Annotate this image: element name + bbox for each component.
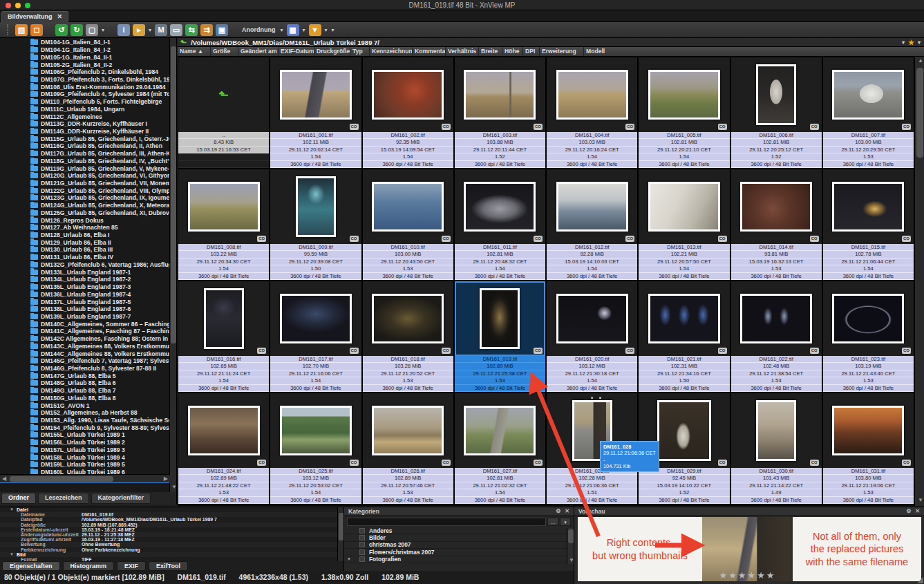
sidebar-folder-item[interactable]: DM108_Ulis Erst-Kommunikation 29.04.1984 (0, 83, 170, 91)
thumbnail-area[interactable]: ⬑ (178, 57, 269, 132)
filter-icon-dropdown[interactable]: ▾ (325, 27, 328, 33)
grid-cell-DM161_024[interactable]: CODM161_024.tif102.89 MiB29.11.12 21:48:… (178, 393, 269, 504)
sidebar-folder-item[interactable]: DM111C_Urlaub 1984, Ungarn (0, 105, 170, 113)
thumbnail-area[interactable]: CO (455, 281, 545, 356)
maximize-window-button[interactable] (25, 3, 30, 8)
sidebar-folder-item[interactable]: DM150G_Urlaub 88, Elba 8 (0, 395, 170, 402)
grid-cell-DM161_010[interactable]: CODM161_010.tif103.00 MiB29.11.12 20:43:… (363, 169, 453, 280)
sidebar-folder-item[interactable]: DM117G_Urlaub 85, Griechenland, III, Ath… (0, 150, 170, 158)
sidebar-folder-item[interactable]: DM123G_Urlaub 85, Griechenland, IX, Igou… (0, 194, 170, 202)
grid-cell-DM161_027[interactable]: CODM161_027.tif102.81 MiB29.11.12 21:02:… (455, 393, 545, 504)
photo-thumbnail[interactable] (556, 70, 628, 120)
sidebar-folder-item[interactable]: DM159L_Urlaub Türkei 1989 5 (0, 461, 170, 469)
category-search-input[interactable] (347, 518, 546, 526)
sidebar-folder-item[interactable]: DM132G_Pfeifenclub 6, Vatertag 1986; Aus… (0, 261, 170, 269)
column-header-kennzeichnung[interactable]: Kennzeichnung (370, 47, 413, 56)
column-header-breite[interactable]: Breite (479, 47, 502, 56)
sidebar-folder-item[interactable]: DM149G_Urlaub 88, Elba 7 (0, 387, 170, 395)
thumbnail-area[interactable]: CO (823, 169, 914, 244)
photo-thumbnail[interactable] (556, 294, 628, 343)
sidebar-folder-item[interactable]: DM130_Urlaub 86, Elba III (0, 246, 170, 254)
thumbnail-area[interactable]: CO (270, 57, 361, 132)
sidebar-folder-item[interactable]: DM136L_Urlaub England 1987-4 (0, 290, 170, 298)
file-section-bild[interactable]: ▼Bild (0, 552, 343, 557)
batch-icon[interactable]: ⇉ (200, 24, 213, 36)
category-item[interactable]: ▼Fotografien (344, 556, 567, 563)
thumbnail-area[interactable]: CO (363, 281, 453, 356)
scroll-up-arrow-icon[interactable]: ▲ (918, 57, 923, 64)
info-icon[interactable]: i (117, 24, 130, 36)
photo-thumbnail[interactable] (204, 288, 244, 349)
sidebar-folder-item[interactable]: DM104-1G_Italien_84_I-2 (0, 46, 170, 54)
sidebar-folder-item[interactable]: DM140C_Allgemeines, Sommer 86 – Fasching… (0, 320, 170, 328)
sidebar-folder-item[interactable]: DM105-2G_Italien_84_II-2 (0, 61, 170, 68)
sidebar-folder-item[interactable]: DM129_Urlaub 86, Elba II (0, 238, 170, 246)
sidebar-folder-item[interactable]: DM106G_Pfeifenclub 2, Dinkelsbühl, 1984 (0, 68, 170, 76)
file-panel-tab-exiftool[interactable]: ExifTool (149, 561, 188, 571)
photo-thumbnail[interactable] (280, 294, 352, 343)
panel-gear-icon[interactable]: ⚙ (906, 508, 911, 515)
browser-icon[interactable]: ▤ (15, 24, 28, 36)
photo-thumbnail[interactable] (832, 406, 904, 455)
photo-thumbnail[interactable] (464, 70, 536, 120)
sidebar-folder-item[interactable]: DM135L_Urlaub England 1987-3 (0, 283, 170, 291)
photo-thumbnail[interactable] (280, 406, 352, 455)
grid-cell-DM161_013[interactable]: CODM161_013.tif102.21 MiB29.11.12 20:57:… (639, 169, 729, 280)
grid-cell-DM161_001[interactable]: CODM161_001.tif102.11 MiB29.11.12 20:02:… (270, 57, 361, 168)
sidebar-folder-item[interactable]: DM158L_Urlaub Türkei 1989 4 (0, 453, 170, 461)
sidebar-folder-item[interactable]: DM124G_Urlaub 85, Griechenland, X, Meteo… (0, 202, 170, 209)
folder-open-icon[interactable]: ▸ (133, 24, 145, 36)
sidebar-tab-ordner[interactable]: Ordner (1, 493, 36, 504)
sidebar-folder-item[interactable]: DM128_Urlaub 86, Elba I (0, 232, 170, 239)
panel-gear-icon[interactable]: ⚙ (556, 508, 560, 515)
grid-cell-DM161_016[interactable]: CODM161_016.tif102.65 MiB29.11.12 21:11:… (178, 281, 269, 392)
tab-bildverwaltung[interactable]: Bildverwaltung✕ (1, 11, 68, 22)
panel-close-icon[interactable]: ✕ (915, 508, 920, 515)
photo-thumbnail[interactable] (296, 176, 336, 237)
thumbnail-area[interactable]: CO (823, 393, 914, 468)
folder-open-icon-dropdown[interactable]: ▾ (149, 27, 151, 33)
thumbnail-area[interactable]: CO (547, 57, 637, 132)
favorites-star-icon[interactable]: ★ (908, 39, 914, 46)
column-header-dpi[interactable]: DPI (523, 47, 540, 56)
grid-cell-DM161_009[interactable]: CODM161_009.tif99.59 MiB29.11.12 20:39:0… (270, 169, 361, 280)
sidebar-folder-item[interactable]: DM152_Allgemeines, ab Herbst 88 (0, 409, 170, 417)
grid-cell-DM161_004[interactable]: CODM161_004.tif103.03 MiB29.11.12 20:16:… (547, 57, 637, 168)
photo-thumbnail[interactable] (648, 70, 720, 120)
grid-cell-DM161_026[interactable]: CODM161_026.tif102.89 MiB29.11.12 20:57:… (363, 393, 453, 504)
sidebar-folder-item[interactable]: DM144C_Allgemeines 88, Volkers Erstkommu… (0, 350, 170, 357)
grid-cell-DM161_021[interactable]: CODM161_021.tif102.31 MiB29.11.12 21:34:… (639, 281, 729, 392)
scroll-down-arrow-icon[interactable]: ▼ (171, 484, 177, 490)
thumbnail-area[interactable]: CO (731, 169, 822, 244)
column-header-erweiterung[interactable]: Erweiterung (540, 47, 584, 56)
category-checkbox[interactable] (359, 549, 365, 555)
photo-thumbnail[interactable] (480, 288, 520, 349)
crop-icon-dropdown[interactable]: ▾ (102, 27, 104, 33)
sidebar-folder-item[interactable]: DM112C_Allgemeines (0, 113, 170, 120)
photo-thumbnail[interactable] (464, 182, 536, 232)
photo-thumbnail[interactable] (372, 406, 444, 455)
sidebar-folder-item[interactable]: DM105-1G_Italien_84_II-1 (0, 53, 170, 61)
sidebar-folder-item[interactable]: DM138L_Urlaub England 1987-6 (0, 305, 170, 313)
fullscreen-icon[interactable]: ◻ (30, 24, 43, 36)
photo-thumbnail[interactable] (832, 70, 904, 120)
sidebar-folder-item[interactable]: DM154_Pfeifenclub 9, Sylvester 88-89; Sy… (0, 424, 170, 431)
thumbnail-area[interactable]: CO (363, 169, 453, 244)
photo-thumbnail[interactable] (280, 70, 352, 120)
category-dropdown-icon[interactable]: ▾ (560, 518, 571, 526)
thumbnail-area[interactable]: CO (363, 57, 453, 132)
sidebar-folder-item[interactable]: DM145G_Pfeifenclub 7, Vatertag 1987; Syl… (0, 357, 170, 365)
category-item[interactable]: Anderes (344, 527, 567, 534)
photo-thumbnail[interactable] (372, 70, 444, 120)
grid-cell-DM161_006[interactable]: CODM161_006.tif102.81 MiB29.11.12 20:25:… (731, 57, 822, 168)
category-item[interactable]: Flowers/christmas 2007 (344, 549, 567, 556)
rating-stars[interactable]: ★★★★★★ (702, 570, 793, 581)
sidebar-folder-item[interactable]: DM118G_Urlaub 85, Griechenland, IV, „Buc… (0, 158, 170, 165)
grid-cell-DM161_025[interactable]: CODM161_025.tif103.12 MiB29.11.12 20:53:… (270, 393, 361, 504)
thumbnail-area[interactable]: CO (178, 393, 269, 468)
sidebar-folder-item[interactable]: DM153_Allg. 1990, Lisas Taufe, Sächsisch… (0, 417, 170, 424)
folder-tree-vertical-scrollbar[interactable]: ▼ (169, 38, 176, 492)
sidebar-folder-item[interactable]: DM125G_Urlaub 85, Griechenland, XI, Dubr… (0, 209, 170, 217)
sidebar-folder-item[interactable]: DM116G_Urlaub 85, Griechenland, II, Athe… (0, 142, 170, 150)
column-header-druckgre[interactable]: Druckgröße (314, 47, 350, 56)
